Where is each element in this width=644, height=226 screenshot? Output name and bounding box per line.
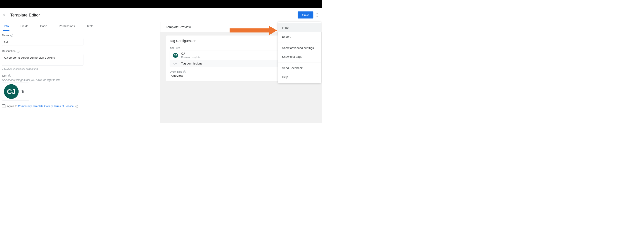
agree-checkbox[interactable] xyxy=(2,105,6,108)
agree-prefix: Agree to xyxy=(7,105,18,108)
svg-point-5 xyxy=(174,63,175,64)
trash-icon xyxy=(21,90,24,94)
tab-code[interactable]: Code xyxy=(39,22,48,31)
description-helper: 161/200 characters remaining xyxy=(2,67,158,70)
template-icon-small: CJ xyxy=(173,53,178,58)
svg-point-4 xyxy=(316,16,318,17)
menu-divider xyxy=(278,62,321,63)
help-icon[interactable]: ? xyxy=(17,50,20,53)
help-icon[interactable]: ? xyxy=(75,105,78,108)
name-section: Name ? xyxy=(2,34,158,46)
icon-label: Icon xyxy=(2,74,7,77)
tab-permissions[interactable]: Permissions xyxy=(58,22,76,31)
menu-item-test-page[interactable]: Show test page xyxy=(278,52,321,61)
more-menu-button[interactable] xyxy=(314,12,320,18)
description-textarea[interactable]: CJ server to server conversion tracking xyxy=(2,54,84,66)
icon-section: Icon ? Select only images that you have … xyxy=(2,74,158,101)
help-icon[interactable]: ? xyxy=(10,34,13,37)
icon-helper: Select only images that you have the rig… xyxy=(2,79,158,82)
svg-point-2 xyxy=(316,13,318,14)
menu-item-feedback[interactable]: Send Feedback xyxy=(278,64,321,73)
menu-item-import[interactable]: Import xyxy=(278,23,321,32)
tab-tests[interactable]: Tests xyxy=(86,22,94,31)
terms-link[interactable]: Community Template Gallery Terms of Serv… xyxy=(18,105,74,108)
permissions-label: Tag permissions xyxy=(181,62,202,65)
svg-point-3 xyxy=(316,14,318,15)
help-icon[interactable]: ? xyxy=(183,71,186,73)
menu-item-help[interactable]: Help xyxy=(278,73,321,82)
key-icon xyxy=(173,62,178,65)
menu-divider xyxy=(278,42,321,42)
template-icon: CJ ™ xyxy=(4,84,19,99)
tab-fields[interactable]: Fields xyxy=(20,22,29,31)
close-button[interactable] xyxy=(2,13,6,17)
more-vert-icon xyxy=(316,13,318,17)
icon-preview-box: CJ ™ xyxy=(2,83,29,101)
tab-info[interactable]: Info xyxy=(3,22,10,31)
description-section: Description ? CJ server to server conver… xyxy=(2,50,158,70)
page-title: Template Editor xyxy=(10,13,40,18)
editor-header: Template Editor Save Import Export Show … xyxy=(0,8,322,22)
menu-item-export[interactable]: Export xyxy=(278,32,321,41)
name-input[interactable] xyxy=(2,38,84,46)
event-type-label: Event Type xyxy=(170,70,182,73)
menu-item-advanced-settings[interactable]: Show advanced settings xyxy=(278,44,321,53)
top-black-bar xyxy=(0,0,322,8)
save-button[interactable]: Save xyxy=(298,11,314,19)
logo-initials: CJ xyxy=(7,88,16,95)
help-icon[interactable]: ? xyxy=(8,74,11,77)
description-label: Description xyxy=(2,50,16,53)
agree-row: Agree to Community Template Gallery Term… xyxy=(2,105,158,108)
logo-trademark: ™ xyxy=(18,97,20,98)
left-panel: Info Fields Code Permissions Tests Name … xyxy=(0,22,160,123)
tabs-row: Info Fields Code Permissions Tests xyxy=(0,22,160,31)
delete-icon-button[interactable] xyxy=(20,89,25,94)
name-label: Name xyxy=(2,34,9,37)
template-name: CJ xyxy=(181,52,200,55)
template-subtitle: Custom Template xyxy=(181,56,200,59)
close-icon xyxy=(2,13,6,16)
more-menu-dropdown: Import Export Show advanced settings Sho… xyxy=(278,22,321,83)
